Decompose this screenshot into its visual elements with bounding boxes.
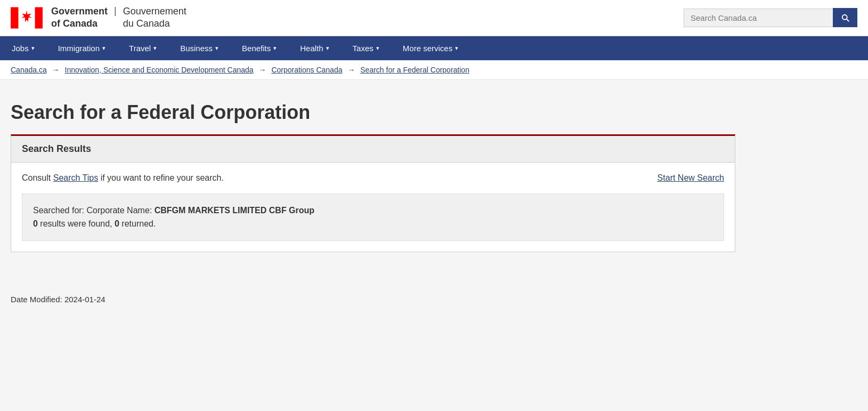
results-count-found: 0 [33, 219, 38, 228]
consult-row: Consult Search Tips if you want to refin… [22, 173, 724, 183]
results-found-text: results were found, [38, 219, 115, 228]
results-body: Consult Search Tips if you want to refin… [11, 163, 735, 252]
chevron-down-icon: ▾ [326, 45, 329, 52]
gov-title-fr2: du Canada [123, 18, 186, 30]
main-nav: Jobs ▾ Immigration ▾ Travel ▾ Business ▾… [0, 36, 868, 60]
nav-immigration[interactable]: Immigration ▾ [46, 36, 117, 60]
chevron-down-icon: ▾ [455, 45, 458, 52]
search-result-box: Searched for: Corporate Name: CBFGM MARK… [22, 194, 724, 241]
results-container: Search Results Consult Search Tips if yo… [11, 134, 735, 252]
breadcrumb-search-federal[interactable]: Search for a Federal Corporation [360, 66, 469, 74]
canada-flag-logo [11, 6, 43, 30]
nav-benefits[interactable]: Benefits ▾ [230, 36, 288, 60]
breadcrumb-sep-2: → [259, 66, 266, 74]
chevron-down-icon: ▾ [215, 45, 218, 52]
breadcrumb-ised[interactable]: Innovation, Science and Economic Develop… [65, 66, 254, 74]
results-header: Search Results [11, 136, 735, 163]
searched-for-label: Searched for: Corporate Name: [33, 206, 155, 215]
svg-rect-0 [11, 7, 19, 28]
gov-title-en2: of Canada [51, 18, 108, 30]
svg-rect-1 [35, 7, 43, 28]
nav-more-services[interactable]: More services ▾ [391, 36, 470, 60]
breadcrumb: Canada.ca → Innovation, Science and Econ… [0, 60, 868, 80]
searched-for-line: Searched for: Corporate Name: CBFGM MARK… [33, 204, 713, 217]
breadcrumb-sep-1: → [52, 66, 60, 74]
breadcrumb-canada[interactable]: Canada.ca [11, 66, 47, 74]
results-count-line: 0 results were found, 0 returned. [33, 217, 713, 231]
site-search-input[interactable] [684, 9, 833, 27]
chevron-down-icon: ▾ [31, 45, 35, 52]
results-count-returned: 0 [115, 219, 119, 228]
gov-title-en: Government [51, 5, 108, 18]
nav-travel[interactable]: Travel ▾ [117, 36, 168, 60]
search-tips-link[interactable]: Search Tips [53, 173, 98, 182]
start-new-search-link[interactable]: Start New Search [658, 173, 724, 183]
gov-title-fr: Gouvernement [123, 5, 186, 18]
breadcrumb-sep-3: → [347, 66, 355, 74]
results-returned-text: returned. [119, 219, 156, 228]
chevron-down-icon: ▾ [273, 45, 277, 52]
site-search-button[interactable] [833, 8, 857, 27]
search-icon [840, 13, 850, 22]
nav-taxes[interactable]: Taxes ▾ [341, 36, 391, 60]
nav-business[interactable]: Business ▾ [168, 36, 230, 60]
chevron-down-icon: ▾ [153, 45, 157, 52]
breadcrumb-corporations-canada[interactable]: Corporations Canada [271, 66, 342, 74]
chevron-down-icon: ▾ [102, 45, 106, 52]
page-title: Search for a Federal Corporation [11, 101, 735, 124]
nav-jobs[interactable]: Jobs ▾ [0, 36, 46, 60]
nav-health[interactable]: Health ▾ [288, 36, 340, 60]
date-modified: Date Modified: 2024-01-24 [0, 273, 868, 315]
consult-text: Consult Search Tips if you want to refin… [22, 173, 224, 183]
searched-query: CBFGM MARKETS LIMITED CBF Group [155, 206, 314, 215]
chevron-down-icon: ▾ [376, 45, 379, 52]
